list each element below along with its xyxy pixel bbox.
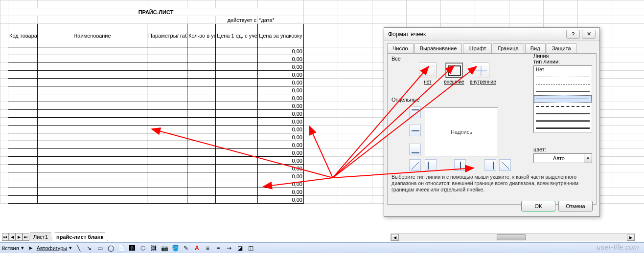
edge-diag2[interactable] (499, 159, 511, 171)
group-separate-label: Отдельные (391, 97, 420, 103)
preset-none[interactable]: нет (417, 63, 438, 84)
chevron-down-icon: ▼ (584, 154, 592, 163)
col-pack-price: Цена за упаковку с учетом НДС (258, 24, 304, 47)
diagram-icon[interactable]: ⬡ (138, 244, 147, 253)
autoshapes-button[interactable]: Автофигуры (37, 245, 68, 251)
arrow-style-icon[interactable]: ⇢ (225, 244, 233, 253)
font-color-icon[interactable]: A (192, 244, 201, 253)
tab-fill[interactable]: Вид (525, 43, 546, 53)
line-color-icon[interactable]: ✎ (182, 244, 190, 253)
effective-value[interactable]: *дата* (258, 16, 304, 24)
line-icon[interactable]: ╲ (74, 244, 83, 253)
col-code: Код товара (8, 24, 38, 47)
textbox-icon[interactable]: 📄 (117, 244, 126, 253)
edge-diag1[interactable] (409, 159, 421, 171)
line-weight-icon[interactable]: ≡ (203, 244, 212, 253)
border-preview[interactable]: Надпись (425, 107, 498, 156)
edge-bottom[interactable] (409, 144, 421, 155)
clipart-icon[interactable]: 🖼 (149, 244, 158, 253)
svg-rect-0 (422, 66, 434, 76)
threed-icon[interactable]: ◫ (246, 244, 255, 253)
fill-color-icon[interactable]: 🪣 (171, 244, 180, 253)
edge-hmid[interactable] (409, 125, 421, 136)
tab-border[interactable]: Граница (493, 43, 524, 53)
oval-icon[interactable]: ◯ (106, 244, 115, 253)
tab-prev[interactable]: ◀ (9, 233, 16, 241)
svg-rect-1 (449, 66, 460, 76)
edge-vmid[interactable] (454, 159, 466, 171)
hint-text: Выберите тип линии и с помощью мыши укаж… (391, 174, 592, 193)
edge-right[interactable] (484, 159, 496, 171)
col-price: Цена 1 ед. с учетом НДС (216, 24, 258, 47)
tab-last[interactable]: ⏭ (23, 233, 29, 241)
line-type-label: тип линии: (533, 59, 592, 64)
edge-top[interactable] (409, 106, 421, 118)
col-qty: Кол-во в уп. (187, 24, 216, 47)
close-button[interactable]: ✕ (582, 30, 596, 39)
col-params: Параметры/ габариты (147, 24, 187, 47)
dialog-titlebar[interactable]: Формат ячеек ? ✕ (384, 28, 599, 41)
picture-icon[interactable]: 📷 (160, 244, 169, 253)
ok-button[interactable]: ОК (521, 201, 555, 211)
scroll-right[interactable]: ▶ (627, 234, 635, 241)
h-scrollbar[interactable]: ◀ ▶ (391, 233, 635, 241)
line-style-list[interactable]: Нет (533, 65, 592, 133)
effective-label: действует с (216, 16, 258, 24)
dialog-title: Формат ячеек (388, 31, 426, 38)
wordart-icon[interactable]: 🅰 (128, 244, 137, 253)
dash-style-icon[interactable]: ┅ (214, 244, 223, 253)
rect-icon[interactable]: ▭ (95, 244, 104, 253)
color-dropdown[interactable]: Авто ▼ (533, 153, 592, 163)
tab-align[interactable]: Выравнивание (414, 43, 462, 53)
format-cells-dialog: Формат ячеек ? ✕ Число Выравнивание Шриф… (384, 27, 600, 217)
dialog-tabs: Число Выравнивание Шрифт Граница Вид Защ… (384, 41, 599, 53)
edge-left[interactable] (425, 159, 437, 171)
scroll-left[interactable]: ◀ (391, 234, 399, 241)
pointer-icon[interactable]: ➤ (26, 244, 35, 253)
scroll-thumb[interactable] (497, 234, 526, 240)
help-button[interactable]: ? (566, 30, 580, 39)
tab-protect[interactable]: Защита (547, 43, 576, 53)
preset-inner[interactable]: внутренние (470, 63, 491, 84)
drawing-toolbar: йствия▾ ➤ Автофигуры▾ ╲ ↘ ▭ ◯ 📄 🅰 ⬡ 🖼 📷 … (0, 242, 644, 253)
sheet-tab-1[interactable]: Лист1 (29, 232, 52, 241)
tab-number[interactable]: Число (387, 43, 414, 53)
sheet-tabs: ⏮ ◀ ▶ ⏭ Лист1 прайс-лист бланк (2, 232, 108, 241)
shadow-icon[interactable]: ◪ (235, 244, 244, 253)
group-line-label: Линия (533, 53, 549, 59)
border-pane: Все нет внешние внутренние Отдельные (387, 53, 597, 205)
tab-first[interactable]: ⏮ (2, 233, 9, 241)
svg-line-7 (412, 162, 419, 169)
preset-outer[interactable]: внешние (443, 63, 465, 84)
sheet-tab-2[interactable]: прайс-лист бланк (52, 232, 108, 241)
page-title: ПРАЙС-ЛИСТ (8, 8, 304, 16)
tab-next[interactable]: ▶ (16, 233, 23, 241)
color-label: цвет: (533, 147, 592, 152)
tab-font[interactable]: Шрифт (463, 43, 491, 53)
group-all-label: Все (391, 56, 401, 62)
arrow-icon[interactable]: ↘ (85, 244, 93, 253)
actions-label[interactable]: йствия (2, 245, 19, 251)
svg-line-11 (502, 162, 509, 169)
cancel-button[interactable]: Отмена (558, 201, 593, 211)
col-name: Наименование (38, 24, 147, 47)
